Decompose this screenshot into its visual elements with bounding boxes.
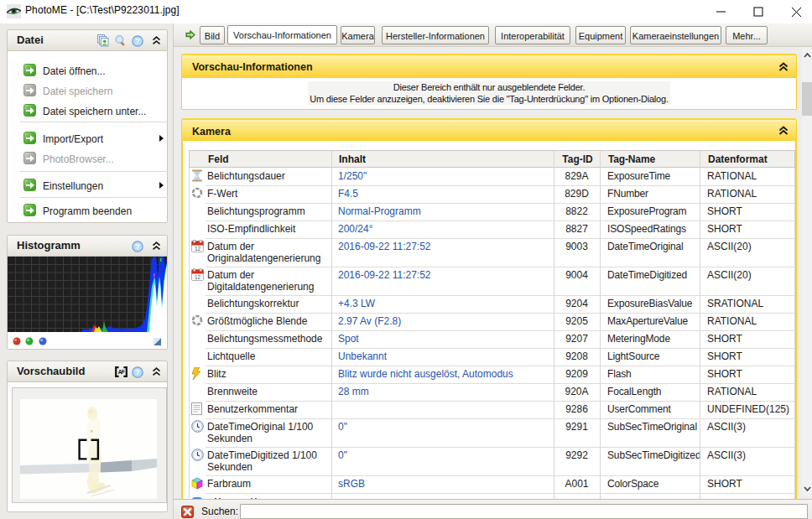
svg-text:?: ? <box>135 36 140 45</box>
svg-text:?: ? <box>135 241 140 251</box>
svg-text:AF: AF <box>118 369 125 375</box>
svg-text:?: ? <box>135 367 140 376</box>
svg-text:12: 12 <box>195 246 201 252</box>
svg-text:12: 12 <box>195 274 201 280</box>
